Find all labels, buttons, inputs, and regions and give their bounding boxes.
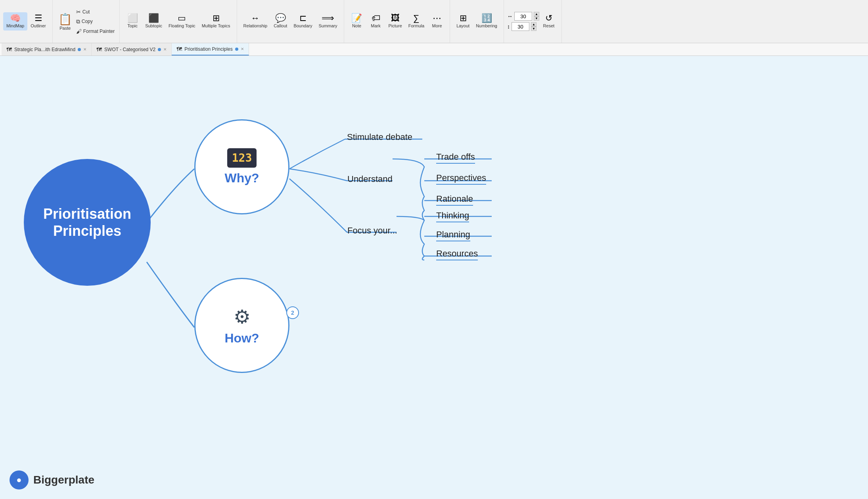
width-down[interactable]: ▼	[534, 16, 539, 21]
format-painter-icon: 🖌	[76, 28, 82, 34]
formula-button[interactable]: ∑ Formula	[405, 12, 427, 30]
tab-prioritisation[interactable]: 🗺 Prioritisation Principles ✕	[172, 43, 249, 55]
topic-section: ⬜ Topic ⬛ Subtopic ▭ Floating Topic ⊞ Mu…	[120, 0, 237, 43]
multiple-topics-label: Multiple Topics	[202, 23, 230, 29]
floating-topic-button[interactable]: ▭ Floating Topic	[165, 12, 199, 30]
how-icon: ⚙	[234, 306, 251, 328]
logo: ● Biggerplate	[10, 470, 94, 489]
layout-icon: ⊞	[460, 14, 467, 23]
height-spinner: ▲ ▼	[531, 22, 537, 31]
branch-stimulate[interactable]: Stimulate debate	[347, 132, 412, 142]
mindmap-button[interactable]: 🧠 MindMap	[3, 12, 27, 30]
canvas: Prioritisation Principles 123 Why? ⚙ How…	[0, 56, 868, 499]
mark-label: Mark	[371, 23, 380, 29]
numbering-icon: 🔢	[481, 14, 492, 23]
size-section: ↔ 30 ▲ ▼ ↕ 30 ▲ ▼ ↺ Reset	[504, 0, 562, 43]
paste-button[interactable]: 📋 Paste	[56, 11, 75, 32]
toolbar: 🧠 MindMap ☰ Outliner 📋 Paste ✂ Cut ⧉ Cop…	[0, 0, 868, 43]
paste-label: Paste	[59, 26, 71, 31]
copy-button[interactable]: ⧉ Copy	[75, 17, 116, 26]
numbering-button[interactable]: 🔢 Numbering	[473, 12, 500, 30]
layout-section: ⊞ Layout 🔢 Numbering	[450, 0, 504, 43]
tab-swot-dot	[158, 48, 161, 51]
tab-prioritisation-dot	[235, 48, 238, 51]
more-button[interactable]: ⋯ More	[427, 12, 446, 30]
format-painter-button[interactable]: 🖌 Format Painter	[75, 27, 116, 35]
outliner-label: Outliner	[31, 23, 46, 29]
note-button[interactable]: 📝 Note	[347, 12, 366, 30]
leaf-resources[interactable]: Resources	[436, 249, 478, 260]
topic-button[interactable]: ⬜ Topic	[123, 12, 142, 30]
central-node-text: Prioritisation Principles	[35, 197, 139, 247]
picture-icon: 🖼	[391, 14, 400, 23]
tabs-row: 🗺 Strategic Pla...ith EdrawMind ✕ 🗺 SWOT…	[0, 43, 868, 56]
picture-button[interactable]: 🖼 Picture	[385, 12, 405, 30]
topic-icon: ⬜	[127, 14, 138, 23]
tab-swot-close[interactable]: ✕	[163, 47, 167, 52]
tab-swot-label: SWOT - Categorised V2	[104, 47, 155, 52]
reset-label: Reset	[543, 23, 555, 29]
width-input[interactable]: 30	[514, 12, 532, 21]
cut-button[interactable]: ✂ Cut	[75, 8, 116, 16]
leaf-perspectives[interactable]: Perspectives	[436, 173, 486, 185]
why-node[interactable]: 123 Why?	[194, 119, 289, 214]
subtopic-button[interactable]: ⬛ Subtopic	[142, 12, 165, 30]
width-spinner: ▲ ▼	[534, 12, 539, 21]
more-icon: ⋯	[433, 14, 441, 23]
relationship-button[interactable]: ↔ Relationship	[240, 12, 271, 30]
tab-strategic[interactable]: 🗺 Strategic Pla...ith EdrawMind ✕	[2, 43, 92, 55]
reset-button[interactable]: ↺ Reset	[539, 12, 558, 30]
how-node[interactable]: ⚙ How?	[194, 278, 289, 373]
tab-prioritisation-label: Prioritisation Principles	[184, 46, 232, 52]
multiple-topics-button[interactable]: ⊞ Multiple Topics	[199, 12, 234, 30]
outliner-icon: ☰	[34, 14, 42, 23]
why-icon: 123	[227, 148, 257, 168]
branch-focus[interactable]: Focus your...	[347, 226, 397, 236]
width-icon: ↔	[507, 13, 513, 19]
size-inputs: ↔ 30 ▲ ▼ ↕ 30 ▲ ▼	[507, 12, 539, 31]
callout-button[interactable]: 💬 Callout	[270, 12, 290, 30]
height-icon: ↕	[507, 23, 510, 30]
tab-prioritisation-close[interactable]: ✕	[241, 47, 244, 51]
tab-swot[interactable]: 🗺 SWOT - Categorised V2 ✕	[92, 43, 172, 55]
height-down[interactable]: ▼	[531, 27, 537, 31]
height-up[interactable]: ▲	[531, 22, 537, 27]
formula-icon: ∑	[413, 14, 420, 23]
floating-topic-icon: ▭	[178, 14, 186, 23]
relationship-icon: ↔	[251, 14, 260, 23]
more-label: More	[432, 23, 442, 29]
summary-icon: ⟹	[322, 14, 334, 23]
leaf-tradeoffs[interactable]: Trade offs	[436, 152, 475, 164]
why-text: Why?	[224, 171, 259, 185]
cut-label: Cut	[82, 9, 90, 15]
summary-button[interactable]: ⟹ Summary	[315, 12, 340, 30]
tab-strategic-icon: 🗺	[6, 46, 12, 53]
connectors-svg	[0, 56, 868, 499]
tab-strategic-close[interactable]: ✕	[83, 47, 86, 52]
paste-group: 📋 Paste	[56, 11, 75, 32]
leaf-planning[interactable]: Planning	[436, 229, 470, 241]
callout-label: Callout	[274, 23, 287, 29]
leaf-rationale[interactable]: Rationale	[436, 194, 473, 206]
leaf-thinking[interactable]: Thinking	[436, 210, 469, 222]
width-up[interactable]: ▲	[534, 12, 539, 16]
logo-text: Biggerplate	[33, 474, 94, 486]
layout-button[interactable]: ⊞ Layout	[453, 12, 473, 30]
height-input[interactable]: 30	[512, 22, 529, 31]
how-badge[interactable]: 2	[286, 306, 299, 319]
boundary-button[interactable]: ⊏ Boundary	[290, 12, 315, 30]
subtopic-icon: ⬛	[148, 14, 159, 23]
branch-understand[interactable]: Understand	[347, 174, 393, 184]
note-icon: 📝	[351, 14, 362, 23]
clipboard-section: 📋 Paste ✂ Cut ⧉ Copy 🖌 Format Painter	[53, 0, 120, 43]
outliner-button[interactable]: ☰ Outliner	[27, 12, 49, 30]
insert-section: 📝 Note 🏷 Mark 🖼 Picture ∑ Formula ⋯ More	[344, 0, 450, 43]
tab-prioritisation-icon: 🗺	[176, 46, 182, 52]
central-node[interactable]: Prioritisation Principles	[24, 159, 151, 286]
mark-icon: 🏷	[372, 14, 380, 23]
mindmap-icon: 🧠	[10, 14, 21, 23]
mark-button[interactable]: 🏷 Mark	[366, 12, 385, 30]
boundary-label: Boundary	[293, 23, 312, 29]
logo-icon: ●	[10, 470, 29, 489]
mindmap-label: MindMap	[6, 23, 24, 29]
